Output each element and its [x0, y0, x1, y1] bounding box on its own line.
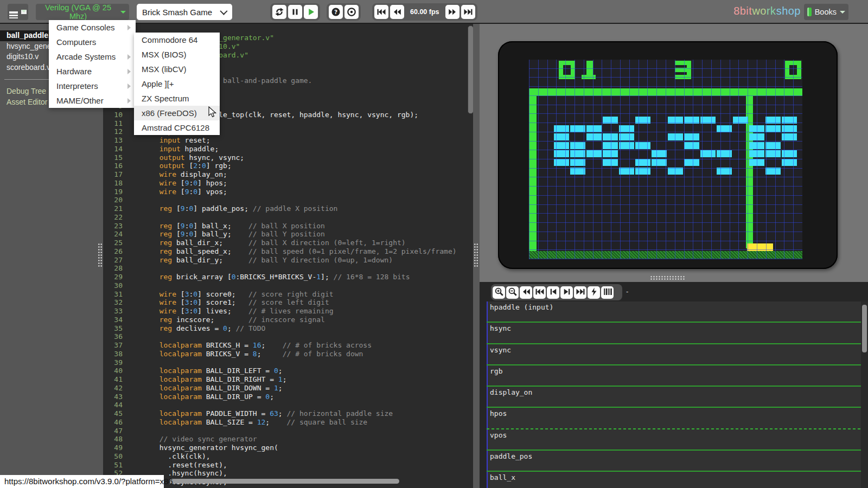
menu-item[interactable]: Arcade Systems — [49, 49, 136, 64]
code-line[interactable]: 43 localparam BALL_DIR_UP = 0; — [103, 393, 473, 401]
menu-item[interactable]: Computers — [49, 35, 136, 49]
code-line[interactable]: 50 .clk(clk), — [103, 452, 473, 461]
signal-row-vpos[interactable]: vpos — [487, 429, 861, 451]
flash-button[interactable] — [588, 286, 600, 299]
editor-horizontal-scrollbar[interactable] — [169, 479, 399, 484]
code-line[interactable]: 13 input reset; — [103, 136, 473, 145]
left-splitter-handle[interactable] — [98, 243, 103, 268]
submenu-item[interactable]: Amstrad CPC6128 — [134, 120, 220, 135]
code-line[interactable]: 31 wire [3:0] score0; // score right dig… — [103, 290, 473, 299]
reset-button[interactable] — [272, 5, 286, 19]
menu-item[interactable]: Interpreters — [49, 79, 136, 93]
fast-backward-button[interactable] — [374, 5, 388, 19]
code-line[interactable]: 20 — [103, 196, 473, 204]
pause-icon — [290, 7, 300, 17]
code-line[interactable]: 22 — [103, 213, 473, 222]
code-line[interactable]: 17 wire display_on; — [103, 170, 473, 179]
brick — [635, 168, 650, 175]
code-line[interactable]: 37 localparam BRICKS_H = 16; // # of bri… — [103, 341, 473, 350]
code-line[interactable]: 48 // video sync generator — [103, 435, 473, 444]
brick — [765, 142, 781, 149]
submenu-item[interactable]: ZX Spectrum — [134, 91, 220, 106]
menu-item[interactable]: MAME/Other — [49, 93, 136, 108]
main-menu-button[interactable] — [8, 4, 28, 20]
books-button[interactable]: Books — [804, 4, 848, 20]
submenu-item[interactable]: Apple ][+ — [134, 76, 220, 91]
zoom-in-button[interactable] — [493, 286, 505, 299]
backward-button[interactable] — [390, 5, 404, 19]
record-button[interactable] — [344, 5, 359, 19]
brick — [619, 168, 634, 175]
menu-item[interactable]: Game Consoles — [49, 20, 136, 35]
signal-row-ball-x[interactable]: ball_x — [487, 472, 861, 488]
code-line[interactable]: 21 reg [9:0] paddle_pos; // paddle X pos… — [103, 204, 473, 213]
signal-row-display-on[interactable]: display_on — [487, 387, 861, 408]
code-line[interactable]: 19 wire [9:0] vpos; — [103, 188, 473, 196]
step-forward-icon — [562, 287, 572, 298]
right-splitter-handle[interactable] — [474, 243, 478, 268]
code-line[interactable]: 40 localparam BALL_DIR_LEFT = 0; — [103, 367, 473, 375]
submenu-item[interactable]: Commodore 64 — [134, 33, 220, 47]
code-line[interactable]: 45 localparam PADDLE_WIDTH = 63; // hori… — [103, 409, 473, 418]
submenu-item[interactable]: MSX (BIOS) — [134, 47, 220, 62]
menu-item[interactable]: Hardware — [49, 64, 136, 79]
backward-button[interactable] — [520, 286, 532, 299]
help-button[interactable]: ? — [329, 5, 343, 19]
submenu-item[interactable]: MSX (libCV) — [134, 62, 220, 76]
divider-drag-handle[interactable] — [650, 275, 685, 280]
panel-divider[interactable] — [480, 274, 868, 282]
step-forward-button[interactable] — [560, 286, 573, 299]
fast-forward-button[interactable] — [461, 5, 475, 19]
scope-scrollbar-thumb[interactable] — [862, 305, 867, 352]
code-line[interactable]: 30 — [103, 281, 473, 290]
barcode-button[interactable] — [601, 286, 614, 299]
code-line[interactable]: 34 reg incscore; // incscore signal — [103, 316, 473, 324]
zoom-out-button[interactable] — [506, 286, 519, 299]
brick — [782, 133, 797, 140]
fast-forward-button[interactable] — [574, 286, 586, 299]
emulator-screen[interactable] — [529, 60, 802, 259]
code-line[interactable]: 15 output hsync, vsync; — [103, 153, 473, 162]
code-line[interactable]: 51 .reset(reset), — [103, 461, 473, 470]
signal-label: display_on — [490, 388, 532, 396]
code-line[interactable]: 39 — [103, 358, 473, 367]
code-line[interactable]: 44 — [103, 401, 473, 409]
signal-row-hsync[interactable]: hsync — [487, 323, 861, 344]
code-line[interactable]: 25 reg ball_dir_x; // ball X direction (… — [103, 239, 473, 247]
code-line[interactable]: 27 reg ball_dir_y; // ball Y direction (… — [103, 256, 473, 265]
play-button[interactable] — [304, 5, 318, 19]
signal-row-paddle-pos[interactable]: paddle_pos — [487, 451, 861, 472]
code-line[interactable]: 32 wire [3:0] score1; // score left digi… — [103, 298, 473, 307]
code-line[interactable]: 18 wire [9:0] hpos; — [103, 179, 473, 188]
code-line[interactable]: 29 reg brick_array [0:BRICKS_H*BRICKS_V-… — [103, 273, 473, 281]
signal-row-hpaddle-input-[interactable]: hpaddle (input) — [487, 301, 861, 323]
submenu-item[interactable]: x86 (FreeDOS) — [134, 106, 220, 120]
signal-row-vsync[interactable]: vsync — [487, 344, 861, 365]
code-line[interactable]: 16 output [2:0] rgb; — [103, 162, 473, 170]
code-line[interactable]: 33 wire [3:0] lives; // # lives remainin… — [103, 307, 473, 316]
code-line[interactable]: 46 localparam BALL_SIZE = 12; // square … — [103, 418, 473, 427]
fast-backward-button[interactable] — [533, 286, 546, 299]
code-line[interactable]: 49 hvsync_generator hvsync_gen( — [103, 444, 473, 452]
code-line[interactable]: 36 — [103, 332, 473, 341]
code-line[interactable]: 38 localparam BRICKS_V = 8; // # of bric… — [103, 350, 473, 358]
code-line[interactable]: 24 reg [9:0] ball_y; // ball Y position — [103, 230, 473, 239]
platform-selector-button[interactable]: Verilog (VGA @ 25 Mhz) — [36, 4, 129, 20]
code-line[interactable]: 42 localparam BALL_DIR_DOWN = 1; — [103, 384, 473, 393]
signal-row-hpos[interactable]: hpos — [487, 408, 861, 429]
code-line[interactable]: 47 — [103, 427, 473, 435]
brick — [652, 159, 667, 166]
project-select[interactable]: Brick Smash Game — [137, 4, 232, 20]
code-line[interactable]: 41 localparam BALL_DIR_RIGHT = 1; — [103, 375, 473, 384]
step-backward-button[interactable] — [547, 286, 559, 299]
forward-button[interactable] — [445, 5, 459, 19]
code-line[interactable]: 28 — [103, 264, 473, 273]
code-line[interactable]: 23 reg [9:0] ball_x; // ball X position — [103, 222, 473, 230]
code-line[interactable]: 35 reg declives = 0; // TODO — [103, 324, 473, 333]
brick — [586, 133, 602, 140]
code-line[interactable]: 14 input hpaddle; — [103, 145, 473, 153]
signal-row-rgb[interactable]: rgb — [487, 365, 861, 387]
brick — [782, 159, 797, 166]
pause-button[interactable] — [288, 5, 302, 19]
code-line[interactable]: 26 reg ball_speed_x; // ball speed (0=1 … — [103, 247, 473, 256]
